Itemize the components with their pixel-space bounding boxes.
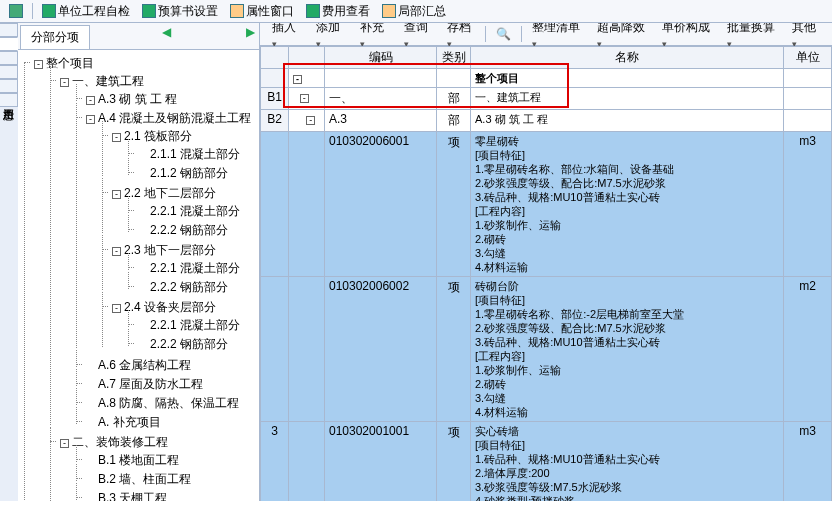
tree-node[interactable]: -2.3 地下一层部分2.2.1 混凝土部分2.2.2 钢筋部分 bbox=[100, 241, 255, 298]
fee-view[interactable]: 费用查看 bbox=[301, 0, 375, 23]
row-header[interactable] bbox=[261, 277, 289, 422]
tree-label[interactable]: 2.2.1 混凝土部分 bbox=[150, 204, 240, 218]
tree-label[interactable]: 2.4 设备夹层部分 bbox=[124, 300, 216, 314]
grid-row[interactable]: 010302006001项零星砌砖 [项目特征] 1.零星砌砖名称、部位:水箱间… bbox=[261, 132, 832, 277]
tree-tab[interactable]: 分部分项 bbox=[20, 25, 90, 49]
tree-node[interactable]: -二、装饰装修工程B.1 楼地面工程B.2 墙、柱面工程B.3 天棚工程B.4 … bbox=[48, 433, 255, 501]
tree-node[interactable]: 2.2.2 钢筋部分 bbox=[126, 221, 255, 240]
tree-label[interactable]: 一、建筑工程 bbox=[72, 74, 144, 88]
cell-name[interactable]: 砖砌台阶 [项目特征] 1.零星砌砖名称、部位:-2层电梯前室至大堂 2.砂浆强… bbox=[471, 277, 784, 422]
toggle-icon[interactable]: - bbox=[60, 78, 69, 87]
col-expand[interactable] bbox=[289, 47, 325, 69]
row-header[interactable]: 3 bbox=[261, 422, 289, 502]
cell-expand[interactable]: - bbox=[289, 88, 325, 110]
grid-row[interactable]: B1 -一、部一、建筑工程 bbox=[261, 88, 832, 110]
toggle-icon[interactable]: - bbox=[60, 439, 69, 448]
menu-find[interactable]: 🔍 bbox=[488, 24, 519, 44]
tree-label[interactable]: 2.2 地下二层部分 bbox=[124, 186, 216, 200]
tree-label[interactable]: B.1 楼地面工程 bbox=[98, 453, 179, 467]
tree-node[interactable]: A.7 屋面及防水工程 bbox=[74, 375, 255, 394]
tree-label[interactable]: 2.1 筏板部分 bbox=[124, 129, 192, 143]
tree-label[interactable]: 2.1.2 钢筋部分 bbox=[150, 166, 228, 180]
tree-label[interactable]: A.7 屋面及防水工程 bbox=[98, 377, 203, 391]
tree-label[interactable]: 2.2.1 混凝土部分 bbox=[150, 261, 240, 275]
toggle-icon[interactable]: - bbox=[86, 96, 95, 105]
tree-nav-left[interactable]: ◀ bbox=[158, 23, 175, 49]
toggle-icon[interactable]: - bbox=[112, 304, 121, 313]
col-rowhead[interactable] bbox=[261, 47, 289, 69]
row-header[interactable] bbox=[261, 69, 289, 88]
tree-label[interactable]: 整个项目 bbox=[46, 56, 94, 70]
expand-toggle-icon[interactable]: - bbox=[293, 75, 302, 84]
apply-icon[interactable] bbox=[4, 1, 28, 21]
cell-name[interactable]: 一、建筑工程 bbox=[471, 88, 784, 110]
cell-code[interactable] bbox=[325, 69, 437, 88]
project-tree[interactable]: -整个项目-一、建筑工程-A.3 砌 筑 工 程-A.4 混凝土及钢筋混凝土工程… bbox=[18, 50, 259, 501]
tree-label[interactable]: 2.1.1 混凝土部分 bbox=[150, 147, 240, 161]
cell-type[interactable] bbox=[437, 69, 471, 88]
tree-node[interactable]: 2.1.1 混凝土部分 bbox=[126, 145, 255, 164]
side-tab-0[interactable]: 工程概况 bbox=[0, 23, 18, 37]
tree-node[interactable]: -2.1 筏板部分2.1.1 混凝土部分2.1.2 钢筋部分 bbox=[100, 127, 255, 184]
cell-type[interactable]: 部 bbox=[437, 110, 471, 132]
cell-expand[interactable] bbox=[289, 422, 325, 502]
cell-expand[interactable]: - bbox=[289, 69, 325, 88]
unit-project-check[interactable]: 单位工程自检 bbox=[37, 0, 135, 23]
tree-node[interactable]: 2.2.1 混凝土部分 bbox=[126, 202, 255, 221]
cell-unit[interactable] bbox=[784, 69, 832, 88]
expand-toggle-icon[interactable]: - bbox=[300, 94, 309, 103]
tree-label[interactable]: B.3 天棚工程 bbox=[98, 491, 167, 501]
tree-node[interactable]: A.6 金属结构工程 bbox=[74, 356, 255, 375]
grid-row[interactable]: B2 -A.3部A.3 砌 筑 工 程 bbox=[261, 110, 832, 132]
cell-name[interactable]: 零星砌砖 [项目特征] 1.零星砌砖名称、部位:水箱间、设备基础 2.砂浆强度等… bbox=[471, 132, 784, 277]
row-header[interactable] bbox=[261, 132, 289, 277]
side-tab-1[interactable]: 分部分项 bbox=[0, 37, 18, 51]
tree-node[interactable]: B.2 墙、柱面工程 bbox=[74, 470, 255, 489]
cell-unit[interactable]: m3 bbox=[784, 132, 832, 277]
tree-node[interactable]: -A.4 混凝土及钢筋混凝土工程-2.1 筏板部分2.1.1 混凝土部分2.1.… bbox=[74, 109, 255, 356]
col-name[interactable]: 名称 bbox=[471, 47, 784, 69]
tree-label[interactable]: 2.2.1 混凝土部分 bbox=[150, 318, 240, 332]
toggle-icon[interactable]: - bbox=[112, 190, 121, 199]
cell-code[interactable]: 010302001001 bbox=[325, 422, 437, 502]
tree-node[interactable]: 2.1.2 钢筋部分 bbox=[126, 164, 255, 183]
expand-toggle-icon[interactable]: - bbox=[306, 116, 315, 125]
cell-code[interactable]: A.3 bbox=[325, 110, 437, 132]
tree-label[interactable]: A.3 砌 筑 工 程 bbox=[98, 92, 177, 106]
property-window[interactable]: 属性窗口 bbox=[225, 0, 299, 23]
tree-label[interactable]: A.4 混凝土及钢筋混凝土工程 bbox=[98, 111, 251, 125]
cell-code[interactable]: 010302006002 bbox=[325, 277, 437, 422]
tree-node[interactable]: -一、建筑工程-A.3 砌 筑 工 程-A.4 混凝土及钢筋混凝土工程-2.1 … bbox=[48, 72, 255, 433]
side-tab-3[interactable]: 其他项目 bbox=[0, 65, 18, 79]
tree-node[interactable]: -2.4 设备夹层部分2.2.1 混凝土部分2.2.2 钢筋部分 bbox=[100, 298, 255, 355]
side-tab-2[interactable]: 措施项目 bbox=[0, 51, 18, 65]
col-unit[interactable]: 单位 bbox=[784, 47, 832, 69]
grid[interactable]: 编码 类别 名称 单位 -整个项目B1 -一、部一、建筑工程B2 -A.3部A.… bbox=[260, 46, 832, 501]
cell-unit[interactable] bbox=[784, 88, 832, 110]
tree-node[interactable]: -整个项目-一、建筑工程-A.3 砌 筑 工 程-A.4 混凝土及钢筋混凝土工程… bbox=[22, 54, 255, 501]
col-code[interactable]: 编码 bbox=[325, 47, 437, 69]
budget-settings[interactable]: 预算书设置 bbox=[137, 0, 223, 23]
toggle-icon[interactable]: - bbox=[34, 60, 43, 69]
tree-label[interactable]: A.6 金属结构工程 bbox=[98, 358, 191, 372]
tree-node[interactable]: -A.3 砌 筑 工 程 bbox=[74, 90, 255, 109]
tree-label[interactable]: 2.2.2 钢筋部分 bbox=[150, 223, 228, 237]
cell-name[interactable]: 实心砖墙 [项目特征] 1.砖品种、规格:MU10普通粘土实心砖 2.墙体厚度:… bbox=[471, 422, 784, 502]
tree-node[interactable]: A. 补充项目 bbox=[74, 413, 255, 432]
tree-label[interactable]: 2.3 地下一层部分 bbox=[124, 243, 216, 257]
cell-code[interactable]: 010302006001 bbox=[325, 132, 437, 277]
cell-expand[interactable]: - bbox=[289, 110, 325, 132]
grid-row[interactable]: -整个项目 bbox=[261, 69, 832, 88]
tree-node[interactable]: 2.2.1 混凝土部分 bbox=[126, 259, 255, 278]
tree-node[interactable]: 2.2.2 钢筋部分 bbox=[126, 278, 255, 297]
grid-row[interactable]: 010302006002项砖砌台阶 [项目特征] 1.零星砌砖名称、部位:-2层… bbox=[261, 277, 832, 422]
cell-type[interactable]: 项 bbox=[437, 277, 471, 422]
tree-node[interactable]: B.3 天棚工程 bbox=[74, 489, 255, 501]
grid-row[interactable]: 3010302001001项实心砖墙 [项目特征] 1.砖品种、规格:MU10普… bbox=[261, 422, 832, 502]
local-summary[interactable]: 局部汇总 bbox=[377, 0, 451, 23]
side-tab-5[interactable]: 费用汇总 bbox=[0, 93, 18, 107]
tree-label[interactable]: A.8 防腐、隔热、保温工程 bbox=[98, 396, 239, 410]
toggle-icon[interactable]: - bbox=[112, 247, 121, 256]
tree-node[interactable]: A.8 防腐、隔热、保温工程 bbox=[74, 394, 255, 413]
cell-expand[interactable] bbox=[289, 132, 325, 277]
